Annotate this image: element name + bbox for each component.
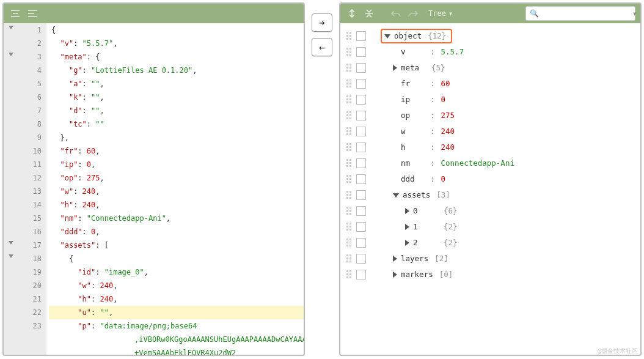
tree-row[interactable]: fr:60 — [346, 76, 634, 92]
tree-value[interactable]: 60 — [441, 76, 450, 92]
fold-marker-icon[interactable] — [9, 241, 13, 245]
format-compact-icon[interactable] — [9, 7, 22, 20]
drag-handle-icon[interactable] — [346, 64, 353, 72]
code-line[interactable]: "u": "", — [49, 306, 304, 319]
tree-row[interactable]: layers[2] — [346, 251, 634, 267]
fold-marker-icon[interactable] — [9, 53, 13, 56]
caret-right-icon[interactable] — [393, 65, 397, 71]
drag-handle-icon[interactable] — [346, 48, 353, 56]
code-line[interactable]: "g": "LottieFiles AE 0.1.20", — [49, 64, 304, 77]
context-menu-button[interactable] — [356, 47, 366, 57]
caret-right-icon[interactable] — [405, 208, 409, 214]
code-line[interactable]: "v": "5.5.7", — [49, 37, 304, 50]
tree-row[interactable]: markers[0] — [346, 267, 634, 283]
code-body[interactable]: { "v": "5.5.7", "meta": { "g": "LottieFi… — [46, 23, 304, 355]
drag-handle-icon[interactable] — [346, 254, 353, 263]
drag-handle-icon[interactable] — [346, 32, 353, 40]
drag-handle-icon[interactable] — [346, 127, 353, 136]
copy-right-button[interactable]: ➔ — [312, 13, 332, 32]
tree-row[interactable]: op:275 — [346, 108, 634, 124]
context-menu-button[interactable] — [356, 111, 366, 120]
drag-handle-icon[interactable] — [346, 175, 353, 183]
context-menu-button[interactable] — [356, 127, 366, 136]
undo-icon[interactable] — [389, 7, 403, 20]
code-line[interactable]: "id": "image_0", — [49, 265, 304, 279]
tree-row[interactable]: assets[3] — [346, 187, 634, 203]
tree-row[interactable]: ip:0 — [346, 92, 634, 108]
tree-value[interactable]: 240 — [441, 124, 455, 139]
tree-value[interactable]: 0 — [441, 92, 446, 108]
expand-all-icon[interactable] — [345, 7, 359, 20]
code-line[interactable]: "op": 275, — [49, 171, 304, 185]
caret-right-icon[interactable] — [405, 240, 409, 246]
code-line[interactable]: }, — [49, 131, 304, 144]
code-line[interactable]: "w": 240, — [49, 279, 304, 292]
drag-handle-icon[interactable] — [346, 270, 353, 279]
caret-right-icon[interactable] — [393, 272, 397, 278]
tree-root-row[interactable]: object {12} — [346, 28, 634, 44]
view-mode-select[interactable]: Tree ▾ — [428, 9, 453, 18]
tree-row[interactable]: 2{2} — [346, 235, 634, 251]
code-line[interactable]: "k": "", — [49, 91, 304, 104]
search-box[interactable]: 🔍 ▾ — [525, 6, 635, 21]
fold-marker-icon[interactable] — [9, 26, 13, 29]
context-menu-button[interactable] — [356, 206, 366, 216]
code-line[interactable]: "tc": "" — [49, 117, 304, 131]
context-menu-button[interactable] — [356, 63, 366, 73]
redo-icon[interactable] — [406, 7, 420, 20]
context-menu-button[interactable] — [356, 222, 366, 232]
code-line[interactable]: { — [49, 23, 304, 37]
tree-row[interactable]: 0{6} — [346, 203, 634, 219]
caret-right-icon[interactable] — [393, 256, 397, 262]
tree-row[interactable]: nm:Connectedapp-Ani — [346, 155, 634, 171]
code-line[interactable]: "p": "data:image/png;base64 — [49, 319, 304, 333]
format-expand-icon[interactable] — [26, 7, 39, 20]
search-input[interactable] — [539, 9, 632, 18]
drag-handle-icon[interactable] — [346, 143, 353, 152]
caret-down-icon[interactable] — [384, 34, 390, 39]
tree-row[interactable]: ddd:0 — [346, 171, 634, 187]
code-line-wrap[interactable]: ,iVBORw0KGgoAAAANSUhEUgAAAPAAAADwCAYAAAA — [49, 333, 304, 346]
code-line[interactable]: "assets": [ — [49, 239, 304, 252]
drag-handle-icon[interactable] — [346, 80, 353, 88]
caret-right-icon[interactable] — [405, 224, 409, 230]
context-menu-button[interactable] — [356, 79, 366, 89]
code-line[interactable]: "nm": "Connectedapp-Ani", — [49, 212, 304, 225]
code-line-wrap[interactable]: +VemSAAAbEklEQVR4Xu2dW2 — [49, 346, 304, 355]
drag-handle-icon[interactable] — [346, 191, 353, 199]
tree-row[interactable]: v:5.5.7 — [346, 44, 634, 60]
drag-handle-icon[interactable] — [346, 159, 353, 168]
context-menu-button[interactable] — [356, 254, 366, 264]
context-menu-button[interactable] — [356, 174, 366, 184]
context-menu-button[interactable] — [356, 190, 366, 200]
code-line[interactable]: "h": 240, — [49, 292, 304, 306]
code-line[interactable]: "w": 240, — [49, 185, 304, 198]
tree-value[interactable]: 240 — [441, 139, 455, 155]
code-line[interactable]: "ip": 0, — [49, 158, 304, 171]
fold-marker-icon[interactable] — [9, 254, 13, 258]
tree-viewer[interactable]: object {12} v:5.5.7meta{5}fr:60ip:0op:27… — [340, 23, 640, 355]
tree-row[interactable]: meta{5} — [346, 60, 634, 76]
tree-value[interactable]: Connectedapp-Ani — [441, 155, 514, 171]
context-menu-button[interactable] — [356, 142, 366, 152]
tree-value[interactable]: 0 — [441, 171, 446, 187]
caret-down-icon[interactable] — [393, 193, 399, 198]
code-line[interactable]: "d": "", — [49, 104, 304, 117]
context-menu-button[interactable] — [356, 158, 366, 168]
context-menu-button[interactable] — [356, 31, 366, 41]
drag-handle-icon[interactable] — [346, 111, 353, 120]
tree-row[interactable]: 1{2} — [346, 219, 634, 235]
context-menu-button[interactable] — [356, 270, 366, 279]
tree-row[interactable]: w:240 — [346, 124, 634, 139]
context-menu-button[interactable] — [356, 95, 366, 105]
tree-row[interactable]: h:240 — [346, 139, 634, 155]
copy-left-button[interactable]: ← — [312, 38, 332, 56]
code-line[interactable]: "meta": { — [49, 50, 304, 64]
search-options-icon[interactable]: ▾ — [632, 8, 637, 19]
drag-handle-icon[interactable] — [346, 239, 353, 247]
context-menu-button[interactable] — [356, 238, 366, 248]
code-line[interactable]: "a": "", — [49, 77, 304, 91]
drag-handle-icon[interactable] — [346, 223, 353, 231]
tree-value[interactable]: 275 — [441, 108, 455, 124]
drag-handle-icon[interactable] — [346, 207, 353, 215]
